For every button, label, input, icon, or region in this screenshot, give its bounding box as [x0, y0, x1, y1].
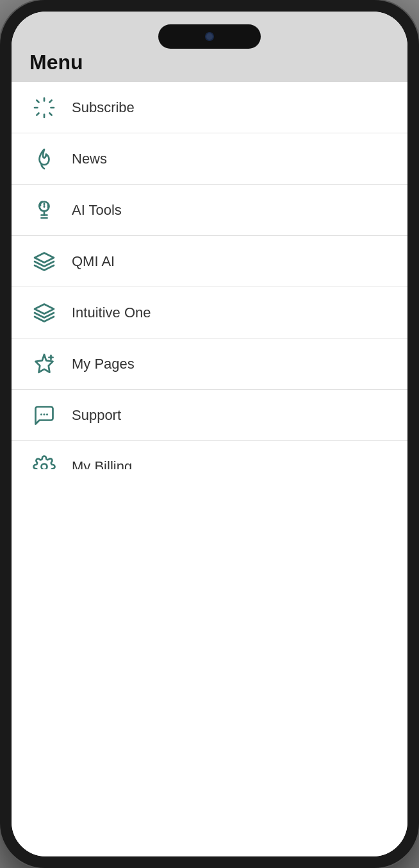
status-bar: Menu — [12, 12, 407, 82]
svg-point-18 — [44, 413, 45, 415]
svg-marker-12 — [35, 253, 54, 262]
svg-line-5 — [49, 113, 51, 115]
svg-point-17 — [40, 413, 42, 415]
support-icon — [29, 401, 59, 430]
menu-item-ai-tools[interactable]: AI Tools — [12, 185, 407, 236]
svg-line-7 — [37, 113, 38, 115]
support-label: Support — [72, 407, 121, 424]
svg-line-4 — [37, 100, 38, 102]
menu-item-subscribe[interactable]: Subscribe — [12, 82, 407, 133]
menu-list: Subscribe News — [12, 82, 407, 469]
my-pages-label: My Pages — [72, 356, 135, 372]
svg-marker-13 — [35, 304, 54, 313]
menu-item-intuitive-one[interactable]: Intuitive One — [12, 287, 407, 338]
menu-item-my-billing[interactable]: My Billing — [12, 441, 407, 469]
my-billing-icon — [29, 452, 59, 470]
news-icon — [29, 144, 59, 174]
svg-point-19 — [46, 413, 48, 415]
svg-point-20 — [42, 463, 47, 469]
phone-inner: Menu — [12, 12, 407, 856]
page-title: Menu — [29, 51, 83, 74]
svg-line-6 — [49, 100, 51, 102]
intuitive-one-icon — [29, 298, 59, 328]
menu-item-my-pages[interactable]: My Pages — [12, 338, 407, 390]
menu-item-support[interactable]: Support — [12, 390, 407, 441]
my-pages-icon — [29, 349, 59, 379]
my-billing-label: My Billing — [72, 458, 132, 470]
ai-tools-icon — [29, 196, 59, 225]
news-label: News — [72, 151, 107, 167]
qmi-ai-label: QMI AI — [72, 253, 115, 270]
ai-tools-label: AI Tools — [72, 202, 122, 219]
subscribe-icon — [29, 93, 59, 122]
intuitive-one-label: Intuitive One — [72, 305, 151, 321]
phone-frame: Menu — [0, 0, 419, 868]
bottom-area — [12, 469, 407, 856]
qmi-ai-icon — [29, 247, 59, 276]
notch — [158, 24, 261, 49]
menu-item-news[interactable]: News — [12, 133, 407, 185]
front-camera — [205, 32, 214, 41]
subscribe-label: Subscribe — [72, 99, 135, 116]
menu-item-qmi-ai[interactable]: QMI AI — [12, 236, 407, 287]
